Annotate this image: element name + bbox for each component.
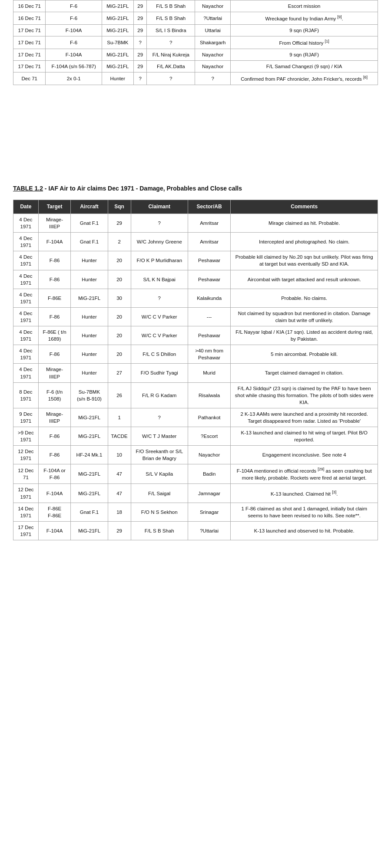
table-cell: MiG-21FL	[102, 25, 133, 36]
table-cell: Nayachor	[188, 446, 231, 464]
table-cell: 8 Dec 1971	[13, 382, 39, 408]
table-cell: MiG-21FL	[71, 408, 108, 427]
table-cell: F/L AJ Siddqui* (23 sqn) is claimed by t…	[231, 382, 378, 408]
table-cell: ?	[133, 36, 147, 49]
table-row: 4 Dec 1971Mirage-IIIEPHunter27F/O Sudhir…	[13, 364, 378, 382]
table-cell: Risalwala	[188, 382, 231, 408]
table-cell: MiG-21FL	[102, 49, 133, 61]
table-cell: 17 Dec 71	[13, 36, 46, 49]
table-cell: F/O N S Sekhon	[131, 503, 188, 521]
table-row: 4 Dec 1971F-86Hunter20S/L K N BajpaiPesh…	[13, 270, 378, 289]
table-cell: F-104A	[38, 233, 71, 251]
table-header-row: DateTargetAircraftSqnClaimantSector/ABCo…	[13, 200, 378, 214]
table-cell: ?	[131, 289, 188, 307]
table-cell: Hunter	[71, 251, 108, 270]
table-cell: ?	[131, 408, 188, 427]
table-cell: W/C T J Master	[131, 427, 188, 446]
table-cell: ---	[188, 307, 231, 326]
table-row: 16 Dec 71F-6MiG-21FL29F/L S B Shah?Uttar…	[13, 12, 378, 25]
table-row: 17 Dec 71F-104AMiG-21FL29F/L Niraj Kukre…	[13, 49, 378, 61]
table-cell: F-104A	[46, 49, 102, 61]
table-cell: 4 Dec 1971	[13, 326, 39, 345]
table-cell: 29	[133, 61, 147, 72]
table-cell: 17 Dec 71	[13, 61, 46, 72]
table-cell: F-6 (t/n 1508)	[38, 382, 71, 408]
table-cell: K-13 launched. Claimed hit [3].	[231, 484, 378, 503]
table-cell: HF-24 Mk.1	[71, 446, 108, 464]
table-cell: 17 Dec 71	[13, 25, 46, 36]
table-cell: 16 Dec 71	[13, 12, 46, 25]
table-cell: 17 Dec 71	[13, 49, 46, 61]
table-cell: Amritsar	[188, 233, 231, 251]
table-cell: F/L C S Dhillon	[131, 345, 188, 364]
table-row: 9 Dec 1971Mirage-IIIEPMiG-21FL1?Pathanko…	[13, 408, 378, 427]
table-cell: Su-7BMK (s/n B-910)	[71, 382, 108, 408]
mid-spacer	[0, 94, 391, 172]
table-cell: >9 Dec 1971	[13, 427, 39, 446]
table-cell: Mirage-IIIEP	[38, 408, 71, 427]
table-header-cell: Sqn	[108, 200, 131, 214]
table-cell: MiG-21FL	[71, 521, 108, 540]
table-cell: F-104A mentioned in official records [29…	[231, 464, 378, 484]
table-cell: F/L S B Shah	[147, 0, 195, 12]
table-cell: 16 Dec 71	[13, 0, 46, 12]
table-row: 8 Dec 1971F-6 (t/n 1508)Su-7BMK (s/n B-9…	[13, 382, 378, 408]
table-cell: W/C C V Parker	[131, 326, 188, 345]
table-cell: F/L Nayyar Iqbal / KIA (17 sqn). Listed …	[231, 326, 378, 345]
table-cell: K-13 launched and observed to hit. Proba…	[231, 521, 378, 540]
table-row: 12 Dec 71F-104A or F-86MiG-21FL47S/L V K…	[13, 464, 378, 484]
table-cell: F/L S B Shah	[131, 521, 188, 540]
table-header-cell: Date	[13, 200, 39, 214]
table-cell: ?	[195, 72, 231, 85]
page: 16 Dec 71F-6MiG-21FL29F/L S B ShahNayach…	[0, 0, 391, 868]
table-cell: 47	[108, 484, 131, 503]
table-cell: F-86	[38, 307, 71, 326]
table-cell: Hunter	[71, 326, 108, 345]
table-cell: Hunter	[71, 345, 108, 364]
table-cell: Uttarlai	[195, 25, 231, 36]
table-cell: 4 Dec 1971	[13, 307, 39, 326]
table-cell: 29	[133, 0, 147, 12]
table-cell: F/L Niraj Kukreja	[147, 49, 195, 61]
table-cell: Dec 71	[13, 72, 46, 85]
table-cell: 29	[133, 12, 147, 25]
table-cell: Mirage-IIIEP	[38, 214, 71, 232]
table-cell: F/L AK.Datta	[147, 61, 195, 72]
table-cell: TACDE	[108, 427, 131, 446]
table-cell: 2	[108, 233, 131, 251]
table-cell: 47	[108, 464, 131, 484]
table-cell: MiG-21FL	[71, 289, 108, 307]
table-row: 4 Dec 1971F-86Hunter20W/C C V Parker---N…	[13, 307, 378, 326]
table-cell: Kalaikunda	[188, 289, 231, 307]
table-cell: ?	[147, 72, 195, 85]
table-row: 12 Dec 1971F-104AMiG-21FL47F/L SaigalJam…	[13, 484, 378, 503]
table-cell: Shakargarh	[195, 36, 231, 49]
table-cell: F-86E ( t/n 1689)	[38, 326, 71, 345]
table-cell: Peshawar	[188, 326, 231, 345]
table-cell: Wreckage found by Indian Army [9].	[231, 12, 378, 25]
table-cell: F/O Sudhir Tyagi	[131, 364, 188, 382]
table-cell: F-86E	[38, 289, 71, 307]
table-cell: S/L I S Bindra	[147, 25, 195, 36]
table-cell: F-104A	[38, 521, 71, 540]
table-cell: ?Uttarlai	[195, 12, 231, 25]
table-cell: F/L R G Kadam	[131, 382, 188, 408]
table-cell: 4 Dec 1971	[13, 364, 39, 382]
table-cell: F-104A (s/n 56-787)	[46, 61, 102, 72]
bottom-spacer	[0, 549, 391, 636]
table-header-cell: Aircraft	[71, 200, 108, 214]
table-cell: F-86	[38, 251, 71, 270]
table-row: >9 Dec 1971F-86MiG-21FLTACDEW/C T J Mast…	[13, 427, 378, 446]
table-cell: MiG-21FL	[71, 464, 108, 484]
table-cell: 20	[108, 307, 131, 326]
table2-title-underlined: TABLE 1.2	[13, 185, 43, 192]
table2-title-section: TABLE 1.2 - IAF Air to Air claims Dec 19…	[0, 172, 391, 200]
table2-section: DateTargetAircraftSqnClaimantSector/ABCo…	[0, 200, 391, 549]
table-cell: Probable kill claimed by No.20 sqn but u…	[231, 251, 378, 270]
table-cell: F-104A	[38, 484, 71, 503]
table-cell: Escort mission	[231, 0, 378, 12]
table2-title-rest: - IAF Air to Air claims Dec 1971 - Damag…	[43, 185, 242, 192]
table-cell: 20	[108, 345, 131, 364]
table-cell: Probable. No claims.	[231, 289, 378, 307]
table-cell: Gnat F.1	[71, 503, 108, 521]
